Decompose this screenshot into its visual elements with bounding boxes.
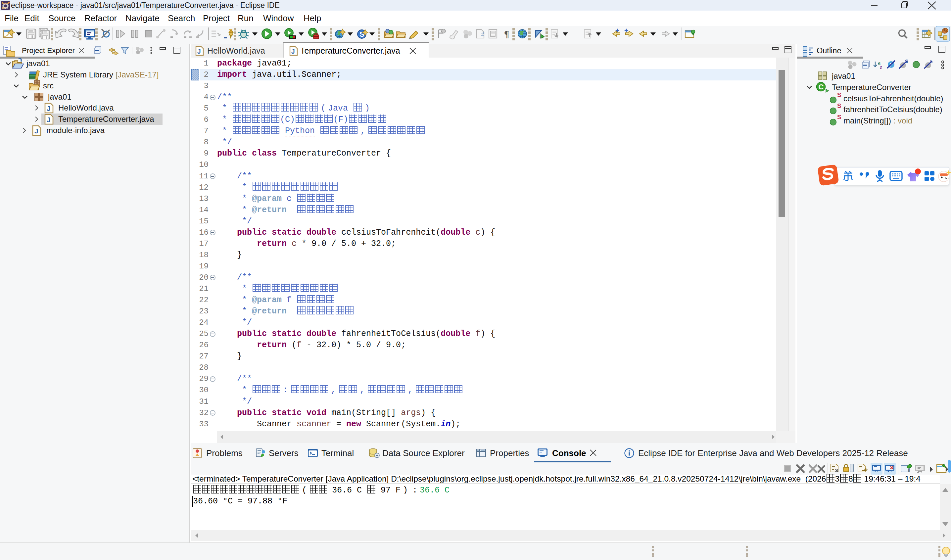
svg-text:JavaEE: JavaEE	[2, 2, 10, 5]
svg-text:S: S	[837, 103, 842, 109]
svg-text:S: S	[360, 30, 365, 38]
svg-text:J: J	[47, 105, 51, 112]
svg-text:z: z	[880, 64, 882, 70]
svg-text:J: J	[34, 127, 38, 135]
svg-text:S: S	[837, 114, 842, 120]
svg-text:J: J	[291, 48, 295, 55]
svg-text:S: S	[837, 92, 842, 98]
svg-text:IDE: IDE	[2, 7, 7, 10]
svg-text:J: J	[197, 48, 201, 55]
svg-text:J: J	[47, 116, 51, 123]
svg-text:¶: ¶	[504, 29, 509, 39]
svg-text:C: C	[819, 83, 824, 91]
